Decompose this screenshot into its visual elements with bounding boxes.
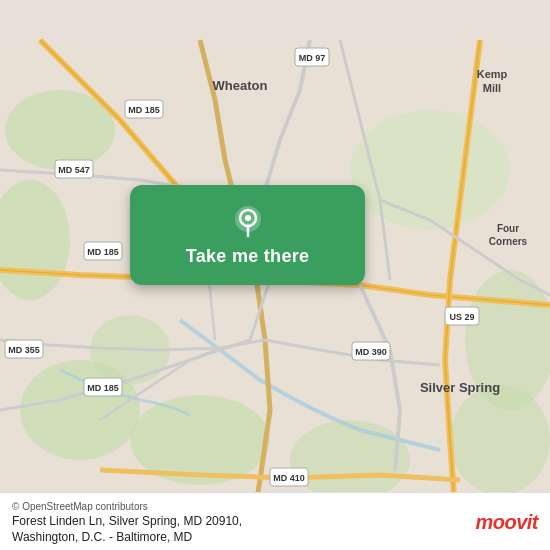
moovit-logo: moovit (475, 511, 538, 534)
svg-text:Silver Spring: Silver Spring (420, 380, 500, 395)
svg-text:Kemp: Kemp (477, 68, 508, 80)
osm-credit: © OpenStreetMap contributors (12, 501, 242, 512)
svg-text:Four: Four (497, 223, 519, 234)
svg-point-36 (245, 215, 251, 221)
svg-point-7 (290, 420, 410, 500)
moovit-label: moovit (475, 511, 538, 534)
svg-text:MD 355: MD 355 (8, 345, 40, 355)
svg-text:US 29: US 29 (449, 312, 474, 322)
address-line2: Washington, D.C. - Baltimore, MD (12, 530, 242, 544)
svg-text:MD 185: MD 185 (87, 247, 119, 257)
svg-text:MD 97: MD 97 (299, 53, 326, 63)
take-me-there-label: Take me there (186, 246, 310, 267)
bottom-bar-left: © OpenStreetMap contributors Forest Lind… (12, 501, 242, 544)
map-container: MD 97 MD 185 MD 547 MD 185 MD 355 MD 185… (0, 0, 550, 550)
svg-text:MD 390: MD 390 (355, 347, 387, 357)
svg-text:Corners: Corners (489, 236, 528, 247)
svg-text:Mill: Mill (483, 82, 501, 94)
location-pin-icon (230, 204, 266, 240)
svg-text:Wheaton: Wheaton (213, 78, 268, 93)
svg-text:MD 410: MD 410 (273, 473, 305, 483)
bottom-bar: © OpenStreetMap contributors Forest Lind… (0, 492, 550, 550)
take-me-there-button[interactable]: Take me there (130, 185, 365, 285)
svg-point-8 (450, 385, 550, 495)
svg-text:MD 547: MD 547 (58, 165, 90, 175)
svg-text:MD 185: MD 185 (87, 383, 119, 393)
address-line1: Forest Linden Ln, Silver Spring, MD 2091… (12, 514, 242, 528)
svg-text:MD 185: MD 185 (128, 105, 160, 115)
